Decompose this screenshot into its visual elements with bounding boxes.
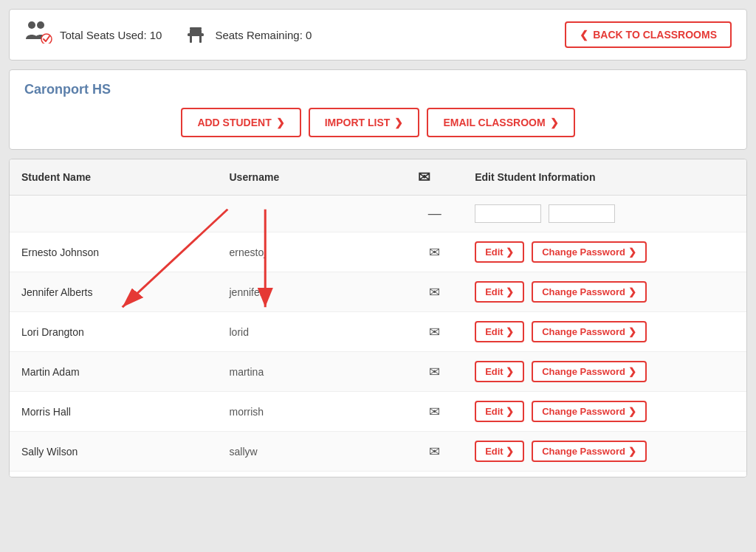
- student-table-wrapper: Student Name Username ✉ Edit Student Inf…: [9, 159, 747, 477]
- email-classroom-button[interactable]: EMAIL CLASSROOM ❯: [427, 108, 574, 137]
- svg-point-1: [37, 21, 44, 29]
- classroom-panel: Caronport HS ADD STUDENT ❯ IMPORT LIST ❯…: [9, 69, 747, 150]
- table-row: Lori Drangton lorid ✉ Edit ❯ Change Pass…: [10, 312, 746, 352]
- page-wrapper: Total Seats Used: 10 Seats Remaining: 0 …: [0, 0, 756, 486]
- ghost-input-1[interactable]: [475, 204, 541, 223]
- ghost-name-cell: [10, 196, 217, 232]
- student-name-cell: Victor Gill: [10, 472, 217, 477]
- add-student-chevron-icon: ❯: [276, 117, 285, 128]
- import-list-button[interactable]: IMPORT LIST ❯: [309, 108, 420, 137]
- student-name-cell: Jennifer Alberts: [10, 272, 217, 312]
- student-table: Student Name Username ✉ Edit Student Inf…: [10, 159, 746, 477]
- total-seats-item: Total Seats Used: 10: [24, 20, 162, 49]
- email-icon[interactable]: ✉: [429, 325, 440, 339]
- student-email-cell: ✉: [406, 272, 463, 312]
- table-row: Victor Gill victorg ✉ Edit ❯ Change Pass…: [10, 472, 746, 477]
- change-password-button[interactable]: Change Password ❯: [532, 241, 646, 263]
- import-list-chevron-icon: ❯: [394, 117, 403, 128]
- table-row: Sally Wilson sallyw ✉ Edit ❯ Change Pass…: [10, 432, 746, 472]
- seats-info: Total Seats Used: 10 Seats Remaining: 0: [24, 20, 543, 49]
- student-name-cell: Sally Wilson: [10, 432, 217, 472]
- header-username: Username: [217, 159, 406, 196]
- classroom-actions: ADD STUDENT ❯ IMPORT LIST ❯ EMAIL CLASSR…: [24, 108, 732, 137]
- edit-button[interactable]: Edit ❯: [475, 361, 524, 382]
- student-email-cell: ✉: [406, 472, 463, 477]
- header-edit-info: Edit Student Information: [463, 159, 746, 196]
- edit-button[interactable]: Edit ❯: [475, 321, 524, 342]
- edit-button[interactable]: Edit ❯: [475, 401, 524, 422]
- change-password-button[interactable]: Change Password ❯: [532, 361, 646, 382]
- student-actions-cell: Edit ❯ Change Password ❯: [463, 432, 746, 472]
- svg-rect-7: [188, 33, 204, 36]
- student-username-cell: ernestoj: [217, 232, 406, 272]
- student-name-cell: Lori Drangton: [10, 312, 217, 352]
- change-password-button[interactable]: Change Password ❯: [532, 401, 646, 422]
- email-icon[interactable]: ✉: [429, 245, 440, 260]
- svg-rect-6: [199, 35, 202, 43]
- student-email-cell: ✉: [406, 232, 463, 272]
- table-row: Morris Hall morrish ✉ Edit ❯ Change Pass…: [10, 392, 746, 432]
- student-email-cell: ✉: [406, 432, 463, 472]
- change-password-button[interactable]: Change Password ❯: [532, 441, 646, 462]
- student-name-cell: Martin Adam: [10, 352, 217, 392]
- student-actions-cell: Edit ❯ Change Password ❯: [463, 392, 746, 432]
- add-student-button[interactable]: ADD STUDENT ❯: [181, 108, 300, 137]
- total-seats-label: Total Seats Used: 10: [60, 29, 162, 41]
- student-email-cell: ✉: [406, 392, 463, 432]
- student-actions-cell: Edit ❯ Change Password ❯: [463, 272, 746, 312]
- top-bar: Total Seats Used: 10 Seats Remaining: 0 …: [9, 9, 747, 61]
- student-username-cell: morrish: [217, 392, 406, 432]
- svg-rect-3: [190, 27, 202, 30]
- header-email-icon: ✉: [406, 159, 463, 196]
- student-table-scroll[interactable]: Student Name Username ✉ Edit Student Inf…: [10, 159, 746, 477]
- student-username-cell: lorid: [217, 312, 406, 352]
- student-email-cell: ✉: [406, 352, 463, 392]
- edit-button[interactable]: Edit ❯: [475, 281, 524, 303]
- student-email-cell: ✉: [406, 312, 463, 352]
- ghost-action-cell: [463, 196, 746, 232]
- student-username-cell: martina: [217, 352, 406, 392]
- ghost-username-cell: [217, 196, 406, 232]
- ghost-input-2[interactable]: [549, 204, 615, 223]
- student-actions-cell: Edit ❯ Change Password ❯: [463, 312, 746, 352]
- change-password-button[interactable]: Change Password ❯: [532, 321, 646, 342]
- table-row: Martin Adam martina ✉ Edit ❯ Change Pass…: [10, 352, 746, 392]
- email-icon[interactable]: ✉: [429, 444, 440, 459]
- table-header-row: Student Name Username ✉ Edit Student Inf…: [10, 159, 746, 196]
- seats-remaining-label: Seats Remaining: 0: [215, 29, 312, 41]
- svg-rect-5: [190, 35, 192, 43]
- student-name-cell: Ernesto Johnson: [10, 232, 217, 272]
- classroom-title: Caronport HS: [24, 82, 732, 97]
- student-username-cell: victorg: [217, 472, 406, 477]
- student-actions-cell: Edit ❯ Change Password ❯: [463, 472, 746, 477]
- email-classroom-chevron-icon: ❯: [550, 117, 559, 128]
- email-icon[interactable]: ✉: [429, 365, 440, 379]
- people-icon: [24, 20, 52, 49]
- ghost-email-cell: —: [406, 196, 463, 232]
- seats-remaining-item: Seats Remaining: 0: [184, 23, 312, 46]
- change-password-button[interactable]: Change Password ❯: [532, 281, 646, 303]
- email-icon[interactable]: ✉: [429, 404, 440, 419]
- email-icon[interactable]: ✉: [429, 285, 440, 300]
- student-table-body: — Ernesto Johnson ernestoj ✉ Edit ❯ Chan…: [10, 196, 746, 477]
- student-name-cell: Morris Hall: [10, 392, 217, 432]
- student-actions-cell: Edit ❯ Change Password ❯: [463, 352, 746, 392]
- back-to-classrooms-button[interactable]: ❮ BACK TO CLASSROOMS: [565, 21, 732, 48]
- edit-button[interactable]: Edit ❯: [475, 241, 524, 263]
- edit-button[interactable]: Edit ❯: [475, 441, 524, 462]
- student-username-cell: sallyw: [217, 432, 406, 472]
- header-student-name: Student Name: [10, 159, 217, 196]
- table-row: Jennifer Alberts jennifera ✉ Edit ❯ Chan…: [10, 272, 746, 312]
- chair-icon: [184, 23, 207, 46]
- svg-point-2: [41, 34, 52, 44]
- back-chevron-icon: ❮: [580, 29, 588, 41]
- table-row: Ernesto Johnson ernestoj ✉ Edit ❯ Change…: [10, 232, 746, 272]
- student-actions-cell: Edit ❯ Change Password ❯: [463, 232, 746, 272]
- ghost-row: —: [10, 196, 746, 232]
- student-username-cell: jennifera: [217, 272, 406, 312]
- svg-point-0: [28, 21, 35, 29]
